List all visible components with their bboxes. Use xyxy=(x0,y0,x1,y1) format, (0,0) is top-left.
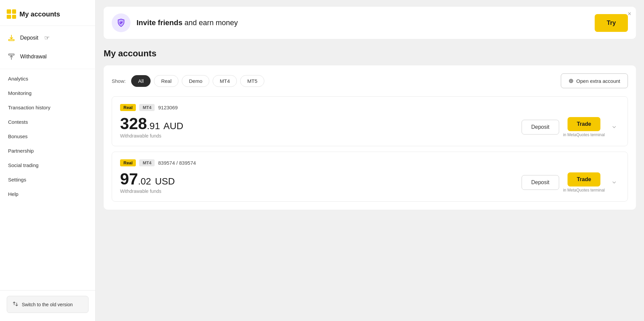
badge-real: Real xyxy=(120,159,136,166)
my-accounts-icon xyxy=(7,9,16,19)
trade-meta: in MetaQuotes terminal xyxy=(563,132,605,137)
account-card-body: 328.91 AUD Withdrawable funds Deposit Tr… xyxy=(120,116,620,139)
show-label: Show: xyxy=(112,78,126,84)
plus-icon: ⊕ xyxy=(569,77,574,85)
withdrawable-funds-label: Withdrawable funds xyxy=(120,133,183,139)
sidebar: My accounts Deposit ☞ Withdrawal Analyti… xyxy=(0,0,96,321)
main-content: Invite friends and earn money Try × My a… xyxy=(96,0,644,321)
sidebar-item-contests[interactable]: Contests xyxy=(7,115,89,129)
trade-button[interactable]: Trade xyxy=(568,172,601,186)
balance-decimal: .02 xyxy=(138,176,151,186)
balance-currency: AUD xyxy=(161,121,183,131)
banner-try-button[interactable]: Try xyxy=(595,14,628,32)
heart-shield-icon xyxy=(116,18,126,28)
sidebar-item-help[interactable]: Help xyxy=(7,187,89,201)
deposit-nav-label: Deposit xyxy=(20,35,38,41)
banner-icon-wrapper xyxy=(112,13,130,32)
account-card-account-1: Real MT4 9123069 328.91 AUD Withdrawable… xyxy=(112,96,628,146)
withdrawal-icon xyxy=(7,52,16,61)
invite-banner: Invite friends and earn money Try × xyxy=(104,7,636,39)
switch-icon xyxy=(12,301,18,308)
switch-version-button[interactable]: Switch to the old version xyxy=(7,296,89,313)
banner-title-bold: Invite friends xyxy=(137,18,182,27)
sidebar-my-accounts-label: My accounts xyxy=(19,10,60,18)
sidebar-item-monitoring[interactable]: Monitoring xyxy=(7,86,89,100)
account-cards: Real MT4 9123069 328.91 AUD Withdrawable… xyxy=(112,96,628,202)
balance-currency: USD xyxy=(152,176,175,187)
badge-mt4: MT4 xyxy=(139,159,155,166)
badge-mt4: MT4 xyxy=(139,104,155,111)
sidebar-item-partnership[interactable]: Partnership xyxy=(7,144,89,158)
balance-decimal: .91 xyxy=(147,121,160,131)
filter-btn-all[interactable]: All xyxy=(131,75,151,87)
banner-title-normal: and earn money xyxy=(182,18,238,27)
account-card-header: Real MT4 9123069 xyxy=(120,104,620,111)
expand-chevron-button[interactable] xyxy=(609,122,620,132)
trade-meta: in MetaQuotes terminal xyxy=(563,188,605,193)
withdrawal-nav-item[interactable]: Withdrawal xyxy=(7,47,89,66)
svg-rect-1 xyxy=(9,54,14,55)
deposit-nav-item[interactable]: Deposit ☞ xyxy=(7,29,89,47)
withdrawable-funds-label: Withdrawable funds xyxy=(120,189,175,194)
balance-main: 328.91 xyxy=(120,116,160,132)
sidebar-my-accounts[interactable]: My accounts xyxy=(7,6,89,22)
sidebar-nav: AnalyticsMonitoringTransaction historyCo… xyxy=(0,69,95,290)
account-card-account-2: Real MT4 839574 / 839574 97.02 USD Withd… xyxy=(112,152,628,202)
filter-btn-demo[interactable]: Demo xyxy=(182,75,209,87)
withdrawal-nav-label: Withdrawal xyxy=(20,54,47,60)
sidebar-item-settings[interactable]: Settings xyxy=(7,173,89,186)
deposit-button[interactable]: Deposit xyxy=(522,175,559,190)
account-actions: Deposit Trade in MetaQuotes terminal xyxy=(522,172,620,193)
svg-rect-0 xyxy=(9,40,14,41)
deposit-icon xyxy=(7,33,16,43)
account-balance: 328.91 AUD Withdrawable funds xyxy=(120,116,183,139)
sidebar-item-bonuses[interactable]: Bonuses xyxy=(7,129,89,143)
banner-close-button[interactable]: × xyxy=(628,11,631,17)
account-card-header: Real MT4 839574 / 839574 xyxy=(120,159,620,166)
account-card-body: 97.02 USD Withdrawable funds Deposit Tra… xyxy=(120,171,620,194)
accounts-panel: Show: AllRealDemoMT4MT5 ⊕ Open extra acc… xyxy=(104,65,636,210)
account-number: 839574 / 839574 xyxy=(158,160,196,166)
banner-text: Invite friends and earn money xyxy=(137,18,589,27)
sidebar-item-transaction-history[interactable]: Transaction history xyxy=(7,101,89,114)
page-title: My accounts xyxy=(104,48,636,59)
sidebar-item-analytics[interactable]: Analytics xyxy=(7,72,89,86)
cursor-hand-icon: ☞ xyxy=(44,34,50,42)
trade-section: Trade in MetaQuotes terminal xyxy=(563,117,605,137)
balance-main: 97.02 xyxy=(120,171,151,187)
deposit-button[interactable]: Deposit xyxy=(522,120,559,135)
filter-row: Show: AllRealDemoMT4MT5 ⊕ Open extra acc… xyxy=(112,73,628,88)
sidebar-item-social-trading[interactable]: Social trading xyxy=(7,158,89,172)
balance-row: 328.91 AUD xyxy=(120,116,183,132)
filter-btn-real[interactable]: Real xyxy=(154,75,178,87)
badge-real: Real xyxy=(120,104,136,111)
switch-version-label: Switch to the old version xyxy=(22,302,73,307)
sidebar-bottom: Switch to the old version xyxy=(0,290,95,321)
open-extra-account-label: Open extra account xyxy=(576,78,620,84)
account-balance: 97.02 USD Withdrawable funds xyxy=(120,171,175,194)
filter-btn-mt4[interactable]: MT4 xyxy=(213,75,237,87)
filter-buttons: AllRealDemoMT4MT5 xyxy=(131,75,265,87)
filter-btn-mt5[interactable]: MT5 xyxy=(240,75,264,87)
account-actions: Deposit Trade in MetaQuotes terminal xyxy=(522,117,620,137)
account-number: 9123069 xyxy=(158,105,177,110)
open-extra-account-button[interactable]: ⊕ Open extra account xyxy=(561,73,628,88)
trade-section: Trade in MetaQuotes terminal xyxy=(563,172,605,193)
trade-button[interactable]: Trade xyxy=(568,117,601,131)
sidebar-actions: Deposit ☞ Withdrawal xyxy=(0,26,95,69)
balance-row: 97.02 USD xyxy=(120,171,175,187)
expand-chevron-button[interactable] xyxy=(609,177,620,188)
